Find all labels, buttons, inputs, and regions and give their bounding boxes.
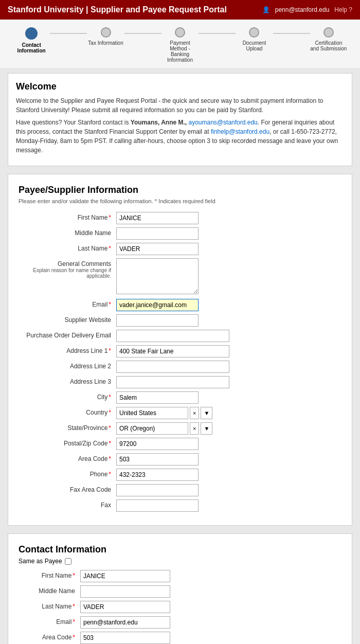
progress-bar: Contact Information Tax Information Paym… — [0, 20, 360, 68]
postal-input[interactable] — [116, 438, 199, 450]
last-name-input[interactable] — [116, 243, 199, 255]
fax-field — [116, 499, 341, 512]
step-payment: Payment Method - Banking Information — [161, 27, 199, 63]
step-line-3 — [199, 33, 236, 34]
address3-row: Address Line 3 — [19, 376, 341, 388]
contact-area-code-row: Area Code* — [19, 632, 341, 644]
payee-section: Payee/Supplier Information Please enter … — [8, 174, 352, 526]
payee-section-title: Payee/Supplier Information — [19, 185, 341, 195]
city-label: City* — [19, 391, 116, 401]
first-name-label: First Name* — [19, 212, 116, 221]
middle-name-field — [116, 227, 341, 240]
welcome-title: Welcome — [16, 81, 344, 92]
supplier-website-row: Supplier Website — [19, 314, 341, 327]
contact-last-name-label: Last Name* — [19, 601, 80, 610]
fax-area-field — [116, 484, 341, 496]
address2-label: Address Line 2 — [19, 361, 116, 370]
payee-section-subtitle: Please enter and/or validate the followi… — [19, 198, 341, 204]
step-label-tax: Tax Information — [88, 40, 123, 46]
address3-input[interactable] — [116, 376, 229, 388]
supplier-website-field — [116, 314, 341, 327]
address2-input[interactable] — [116, 361, 229, 373]
welcome-p2: Have questions? Your Stanford contact is… — [16, 118, 344, 155]
state-input[interactable] — [116, 422, 188, 435]
step-label-payment: Payment Method - Banking Information — [161, 40, 199, 63]
phone-label: Phone* — [19, 469, 116, 478]
header-title: Stanford University | Supplier and Payee… — [8, 5, 227, 14]
area-code-label: Area Code* — [19, 453, 116, 462]
country-dropdown-btn[interactable]: ▼ — [201, 407, 212, 419]
middle-name-input[interactable] — [116, 227, 199, 240]
contact-last-name-input[interactable] — [80, 601, 170, 613]
general-comments-row: General Comments Explain reason for name… — [19, 258, 341, 296]
state-select-group: × ▼ — [116, 422, 341, 435]
fax-input[interactable] — [116, 499, 199, 512]
address1-field — [116, 345, 341, 357]
state-row: State/Province* × ▼ — [19, 422, 341, 435]
po-email-field — [116, 330, 341, 342]
first-name-row: First Name* — [19, 212, 341, 224]
country-select-group: × ▼ — [116, 407, 341, 419]
last-name-label: Last Name* — [19, 243, 116, 252]
city-row: City* — [19, 391, 341, 404]
country-field: × ▼ — [116, 407, 341, 419]
step-circle-tax — [101, 27, 111, 38]
address3-field — [116, 376, 341, 388]
steps-container: Contact Information Tax Information Paym… — [13, 27, 347, 63]
city-input[interactable] — [116, 391, 199, 404]
step-contact: Contact Information — [13, 27, 50, 53]
area-code-input[interactable] — [116, 453, 199, 466]
same-as-payee-checkbox[interactable] — [65, 558, 71, 565]
support-email-link[interactable]: finhelp@stanford.edu — [211, 128, 269, 135]
general-comments-label: General Comments Explain reason for name… — [19, 258, 116, 279]
email-field-container — [116, 299, 341, 311]
phone-input[interactable] — [116, 469, 199, 481]
contact-middle-name-row: Middle Name — [19, 585, 341, 598]
step-tax: Tax Information — [87, 27, 124, 46]
address3-label: Address Line 3 — [19, 376, 116, 385]
country-input[interactable] — [116, 407, 188, 419]
last-name-field — [116, 243, 341, 255]
contact-email-input[interactable] — [80, 616, 170, 629]
user-email: penn@stanford.edu — [275, 6, 330, 13]
contact-middle-name-input[interactable] — [80, 585, 170, 598]
step-line-2 — [124, 33, 161, 34]
supplier-website-label: Supplier Website — [19, 314, 116, 324]
phone-field — [116, 469, 341, 481]
header: Stanford University | Supplier and Payee… — [0, 0, 360, 20]
state-label: State/Province* — [19, 422, 116, 432]
address1-label: Address Line 1* — [19, 345, 116, 354]
country-label: Country* — [19, 407, 116, 416]
step-circle-payment — [175, 27, 185, 38]
main-content: Welcome Welcome to the Supplier and Paye… — [0, 68, 360, 644]
first-name-input[interactable] — [116, 212, 199, 224]
contact-email-link[interactable]: ayoumans@stanford.edu — [189, 119, 258, 126]
contact-first-name-input[interactable] — [80, 570, 170, 582]
general-comments-textarea[interactable] — [116, 258, 199, 294]
address1-input[interactable] — [116, 345, 229, 357]
postal-field — [116, 438, 341, 450]
fax-area-input[interactable] — [116, 484, 199, 496]
email-row: Email* — [19, 299, 341, 311]
step-line-1 — [50, 33, 87, 34]
step-circle-contact — [25, 27, 38, 40]
header-right: 👤 penn@stanford.edu Help ? — [262, 6, 352, 13]
state-dropdown-btn[interactable]: ▼ — [201, 422, 212, 435]
welcome-p1: Welcome to the Supplier and Payee Reques… — [16, 96, 344, 115]
contact-section: Contact Information Same as Payee First … — [8, 533, 352, 644]
step-certification: Certification and Submission — [310, 27, 347, 51]
state-clear-btn[interactable]: × — [190, 422, 199, 435]
po-email-input[interactable] — [116, 330, 229, 342]
country-clear-btn[interactable]: × — [190, 407, 199, 419]
middle-name-label: Middle Name — [19, 227, 116, 237]
state-field: × ▼ — [116, 422, 341, 435]
supplier-website-input[interactable] — [116, 314, 199, 327]
postal-label: Postal/Zip Code* — [19, 438, 116, 447]
same-as-payee-label: Same as Payee — [19, 558, 62, 565]
country-row: Country* × ▼ — [19, 407, 341, 419]
last-name-row: Last Name* — [19, 243, 341, 255]
email-input[interactable] — [116, 299, 199, 311]
contact-area-code-input[interactable] — [80, 632, 170, 644]
help-link[interactable]: Help ? — [334, 6, 352, 13]
step-circle-document — [249, 27, 259, 38]
